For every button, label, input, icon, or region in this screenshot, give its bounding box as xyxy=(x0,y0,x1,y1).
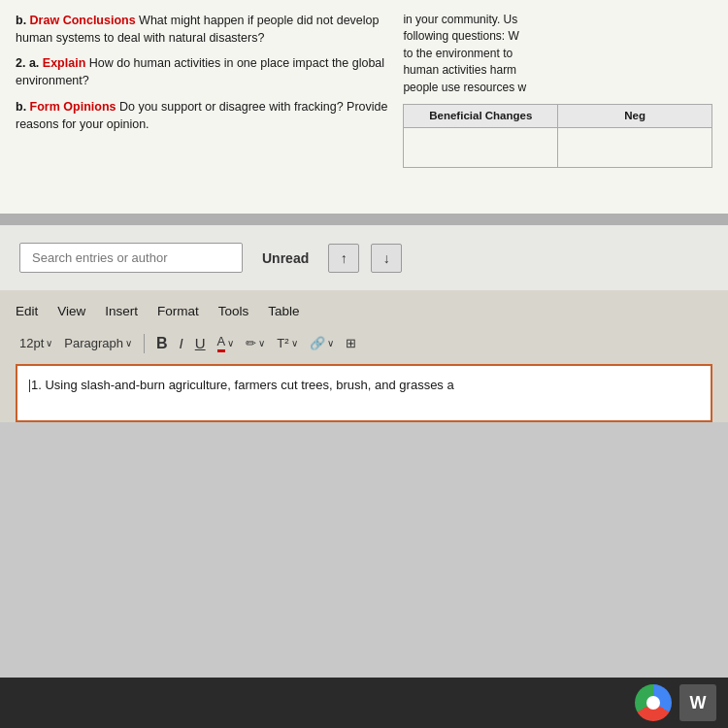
upload-button[interactable]: ↑ xyxy=(328,244,359,273)
editor-section: Edit View Insert Format Tools Table 12pt… xyxy=(0,290,728,422)
menu-table[interactable]: Table xyxy=(268,302,299,320)
chrome-icon[interactable] xyxy=(635,684,672,721)
paragraph-dropdown[interactable]: Paragraph ∨ xyxy=(60,334,136,352)
link-icon: 🔗 xyxy=(310,336,325,350)
search-section: Unread ↑ ↓ xyxy=(0,225,728,290)
italic-button[interactable]: I xyxy=(176,333,187,353)
table-header-neg: Neg xyxy=(558,105,711,127)
menu-view[interactable]: View xyxy=(57,302,85,320)
link-dropdown[interactable]: 🔗 ∨ xyxy=(306,334,338,352)
font-color-dropdown[interactable]: A ∨ xyxy=(214,332,239,354)
table-row xyxy=(404,128,711,167)
question-2b-type: Form Opinions xyxy=(30,100,116,114)
font-size-chevron: ∨ xyxy=(46,338,52,348)
text-cursor xyxy=(29,380,30,392)
question-b-label: b. xyxy=(16,14,26,27)
underline-button[interactable]: U xyxy=(191,333,210,353)
table-header: Beneficial Changes Neg xyxy=(404,105,711,128)
font-color-chevron: ∨ xyxy=(227,338,234,348)
link-chevron: ∨ xyxy=(327,338,334,348)
question-2a-type: Explain xyxy=(43,56,85,70)
question-b-type: Draw Conclusions xyxy=(30,14,136,27)
bold-button[interactable]: B xyxy=(152,333,172,354)
left-column: b. Draw Conclusions What might happen if… xyxy=(16,12,393,198)
paragraph-chevron: ∨ xyxy=(125,338,132,348)
menu-edit[interactable]: Edit xyxy=(16,302,38,320)
taskbar: W xyxy=(0,678,728,728)
paragraph-value: Paragraph xyxy=(64,336,123,350)
unread-button[interactable]: Unread xyxy=(254,247,316,270)
table-cell-neg xyxy=(558,128,711,167)
data-table: Beneficial Changes Neg xyxy=(403,104,712,168)
menu-format[interactable]: Format xyxy=(157,302,199,320)
divider xyxy=(0,214,728,225)
question-b: b. Draw Conclusions What might happen if… xyxy=(16,12,393,47)
font-color-value: A xyxy=(217,334,226,352)
question-2a-number: 2. a. xyxy=(16,56,39,70)
paper-content: b. Draw Conclusions What might happen if… xyxy=(0,0,728,214)
toolbar: 12pt ∨ Paragraph ∨ B I U A ∨ ✏ ∨ xyxy=(16,330,712,356)
highlight-chevron: ∨ xyxy=(258,338,265,348)
superscript-dropdown[interactable]: T² ∨ xyxy=(273,334,301,352)
screen: b. Draw Conclusions What might happen if… xyxy=(0,0,728,728)
download-button[interactable]: ↓ xyxy=(371,244,402,273)
question-2a: 2. a. Explain How do human activities in… xyxy=(16,54,393,89)
editor-content-area[interactable]: 1. Using slash-and-burn agriculture, far… xyxy=(16,364,712,422)
font-size-value: 12pt xyxy=(19,336,44,350)
app-icon[interactable]: W xyxy=(679,684,716,721)
font-color-underline xyxy=(217,349,226,352)
right-intro-text: in your community. Us following question… xyxy=(403,12,712,96)
editor-text: 1. Using slash-and-burn agriculture, far… xyxy=(31,378,454,392)
question-2b: b. Form Opinions Do you support or disag… xyxy=(16,98,393,133)
table-header-beneficial: Beneficial Changes xyxy=(404,105,558,127)
question-2b-label: b. xyxy=(16,100,26,114)
font-size-dropdown[interactable]: 12pt ∨ xyxy=(16,334,56,352)
menu-tools[interactable]: Tools xyxy=(218,302,249,320)
app-icon-label: W xyxy=(690,693,707,713)
menu-bar: Edit View Insert Format Tools Table xyxy=(16,300,712,322)
table-cell-beneficial xyxy=(404,128,558,167)
right-column: in your community. Us following question… xyxy=(403,12,712,198)
menu-insert[interactable]: Insert xyxy=(105,302,138,320)
superscript-chevron: ∨ xyxy=(291,338,298,348)
upload-icon: ↑ xyxy=(341,250,347,266)
more-button[interactable]: ⊞ xyxy=(342,334,360,352)
highlight-icon: ✏ xyxy=(246,336,256,350)
download-icon: ↓ xyxy=(383,250,390,266)
search-input[interactable] xyxy=(19,243,243,273)
superscript-value: T² xyxy=(277,336,288,350)
toolbar-separator-1 xyxy=(144,334,145,353)
highlight-dropdown[interactable]: ✏ ∨ xyxy=(242,334,269,352)
